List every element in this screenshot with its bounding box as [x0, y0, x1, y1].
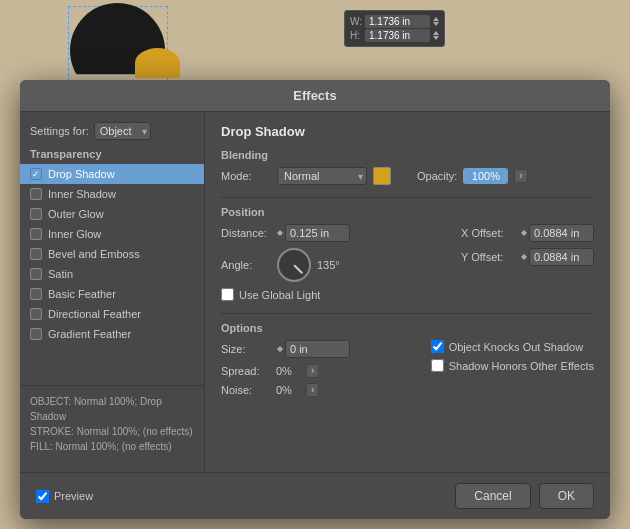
distance-row: Distance: [221, 224, 350, 242]
preview-checkbox[interactable] [36, 490, 49, 503]
gradient-feather-label: Gradient Feather [48, 328, 131, 340]
footer-buttons: Cancel OK [455, 483, 594, 509]
settings-label: Settings for: [30, 125, 89, 137]
x-offset-spinner[interactable] [521, 230, 527, 236]
angle-dial[interactable] [277, 248, 311, 282]
gradient-feather-checkbox[interactable] [30, 328, 42, 340]
inner-shadow-label: Inner Shadow [48, 188, 116, 200]
inner-shadow-checkbox[interactable] [30, 188, 42, 200]
size-row: Size: [221, 340, 350, 358]
outer-glow-label: Outer Glow [48, 208, 104, 220]
options-header: Options [221, 322, 594, 334]
angle-label: Angle: [221, 259, 271, 271]
opacity-input[interactable] [463, 168, 508, 184]
height-row: H: [350, 29, 439, 42]
effect-inner-shadow[interactable]: Inner Shadow [20, 184, 204, 204]
spread-label: Spread: [221, 365, 271, 377]
preview-row: Preview [36, 490, 93, 503]
outer-glow-checkbox[interactable] [30, 208, 42, 220]
mode-label: Mode: [221, 170, 271, 182]
use-global-checkbox[interactable] [221, 288, 234, 301]
y-offset-input[interactable] [529, 248, 594, 266]
noise-arrow[interactable]: › [306, 383, 319, 397]
bevel-emboss-checkbox[interactable] [30, 248, 42, 260]
size-input[interactable] [285, 340, 350, 358]
blending-row: Mode: Normal Opacity: › [221, 167, 594, 185]
ok-button[interactable]: OK [539, 483, 594, 509]
size-spinner[interactable] [277, 346, 283, 352]
divider-2 [221, 313, 594, 314]
y-offset-spin-wrap [521, 248, 594, 266]
width-input[interactable] [365, 15, 430, 28]
spread-row: Spread: 0% › [221, 364, 350, 378]
size-label: Size: [221, 343, 271, 355]
mode-select[interactable]: Normal [277, 167, 367, 185]
basic-feather-label: Basic Feather [48, 288, 116, 300]
distance-label: Distance: [221, 227, 271, 239]
drop-shadow-label: Drop Shadow [48, 168, 115, 180]
settings-select[interactable]: Object [94, 122, 151, 140]
canvas-area: W: H: [0, 0, 630, 90]
x-offset-input[interactable] [529, 224, 594, 242]
use-global-row: Use Global Light [221, 288, 350, 301]
effect-basic-feather[interactable]: Basic Feather [20, 284, 204, 304]
options-right: Object Knocks Out Shadow Shadow Honors O… [431, 340, 594, 402]
effect-outer-glow[interactable]: Outer Glow [20, 204, 204, 224]
effect-bevel-emboss[interactable]: Bevel and Emboss [20, 244, 204, 264]
knocks-out-row: Object Knocks Out Shadow [431, 340, 594, 353]
y-offset-spinner[interactable] [521, 254, 527, 260]
x-offset-row: X Offset: [461, 224, 594, 242]
effect-drop-shadow[interactable]: Drop Shadow [20, 164, 204, 184]
satin-checkbox[interactable] [30, 268, 42, 280]
shadow-honors-label: Shadow Honors Other Effects [449, 360, 594, 372]
position-section: Position Distance: [221, 206, 594, 301]
options-section: Options Size: [221, 322, 594, 402]
canvas-object [60, 8, 180, 80]
effect-gradient-feather[interactable]: Gradient Feather [20, 324, 204, 344]
position-header: Position [221, 206, 594, 218]
shadow-honors-row: Shadow Honors Other Effects [431, 359, 594, 372]
angle-row: Angle: 135° [221, 248, 350, 282]
color-swatch[interactable] [373, 167, 391, 185]
blending-header: Blending [221, 149, 594, 161]
height-input[interactable] [365, 29, 430, 42]
divider-1 [221, 197, 594, 198]
effect-satin[interactable]: Satin [20, 264, 204, 284]
effect-inner-glow[interactable]: Inner Glow [20, 224, 204, 244]
distance-spinner[interactable] [277, 230, 283, 236]
directional-feather-checkbox[interactable] [30, 308, 42, 320]
use-global-label: Use Global Light [239, 289, 320, 301]
effect-directional-feather[interactable]: Directional Feather [20, 304, 204, 324]
options-content: Size: Spread: [221, 340, 594, 402]
position-left: Distance: Angle: [221, 224, 350, 301]
cancel-button[interactable]: Cancel [455, 483, 530, 509]
width-spinner[interactable] [433, 17, 439, 26]
shadow-honors-checkbox[interactable] [431, 359, 444, 372]
position-content: Distance: Angle: [221, 224, 594, 301]
knocks-out-label: Object Knocks Out Shadow [449, 341, 584, 353]
height-spinner[interactable] [433, 31, 439, 40]
opacity-arrow[interactable]: › [514, 169, 527, 183]
settings-select-wrapper[interactable]: Object [94, 122, 151, 140]
options-left: Size: Spread: [221, 340, 350, 402]
drop-shadow-checkbox[interactable] [30, 168, 42, 180]
distance-input[interactable] [285, 224, 350, 242]
width-row: W: [350, 15, 439, 28]
basic-feather-checkbox[interactable] [30, 288, 42, 300]
spread-arrow[interactable]: › [306, 364, 319, 378]
mode-select-wrapper[interactable]: Normal [277, 167, 367, 185]
effects-dialog: Effects Settings for: Object Transparenc… [20, 80, 610, 519]
left-panel: Settings for: Object Transparency Drop S… [20, 112, 205, 472]
dialog-body: Settings for: Object Transparency Drop S… [20, 112, 610, 472]
noise-row: Noise: 0% › [221, 383, 350, 397]
dialog-title: Effects [20, 80, 610, 112]
inner-glow-checkbox[interactable] [30, 228, 42, 240]
settings-row: Settings for: Object [20, 122, 204, 148]
bevel-emboss-label: Bevel and Emboss [48, 248, 140, 260]
preview-label: Preview [54, 490, 93, 502]
panel-title: Drop Shadow [221, 124, 594, 139]
y-offset-row: Y Offset: [461, 248, 594, 266]
distance-spin-wrap [277, 224, 350, 242]
knocks-out-checkbox[interactable] [431, 340, 444, 353]
angle-value: 135° [317, 259, 340, 271]
